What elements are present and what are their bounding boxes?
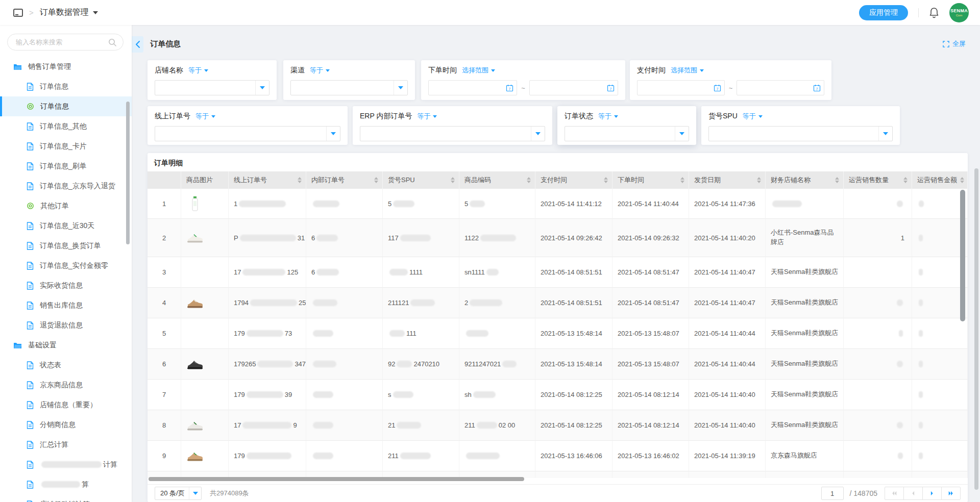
- filter-operator-dropdown[interactable]: 选择范围: [671, 66, 704, 75]
- filter-select-ERP 内部订单号[interactable]: [360, 126, 545, 141]
- column-header-下单时间[interactable]: 下单时间: [612, 171, 689, 189]
- sort-icon[interactable]: [677, 177, 684, 183]
- table-row[interactable]: 417942521112122021-05-14 08:51:512021-05…: [148, 288, 968, 318]
- table-vertical-scrollbar[interactable]: [960, 190, 965, 321]
- calendar-icon[interactable]: 7: [813, 84, 821, 92]
- sort-icon[interactable]: [371, 177, 378, 183]
- sidebar-item-分销商信息[interactable]: 分销商信息: [0, 415, 132, 435]
- redacted-blur: [486, 269, 499, 275]
- sidebar-item-订单信息_卡片[interactable]: 订单信息_卡片: [0, 136, 132, 156]
- table-row[interactable]: 81792121102 002021-05-14 08:12:252021-05…: [148, 410, 968, 441]
- sidebar-item-订单信息_其他[interactable]: 订单信息_其他: [0, 116, 132, 136]
- filter-select-货号SPU[interactable]: [708, 126, 893, 141]
- filter-operator-dropdown[interactable]: 等于: [743, 112, 763, 121]
- sidebar-item-订单信息_京东导入退货[interactable]: 订单信息_京东导入退货: [0, 176, 132, 196]
- bell-icon[interactable]: [929, 7, 939, 18]
- page-size-select[interactable]: 20 条/页: [155, 487, 202, 500]
- sidebar-item-订单信息_实付金额零[interactable]: 订单信息_实付金额零: [0, 256, 132, 275]
- sidebar-item-label: 其他订单: [40, 202, 69, 211]
- order-time-cell: 2021-05-14 08:51:47: [612, 288, 689, 318]
- search-icon[interactable]: [108, 38, 117, 47]
- column-header-货号SPU[interactable]: 货号SPU: [383, 171, 459, 189]
- redacted-blur: [313, 453, 333, 459]
- window-scrollbar[interactable]: [974, 168, 978, 490]
- sidebar-scrollbar[interactable]: [126, 102, 130, 244]
- sort-icon[interactable]: [524, 177, 531, 183]
- sidebar-item-店铺低动销计算[interactable]: 店铺低动销计算: [0, 494, 132, 502]
- sidebar-item-销售出库信息[interactable]: 销售出库信息: [0, 295, 132, 315]
- sidebar-item-订单信息_刷单[interactable]: 订单信息_刷单: [0, 156, 132, 176]
- filter-select-店铺名称[interactable]: [155, 80, 270, 95]
- table-row[interactable]: 5179731112021-05-13 15:48:142021-05-13 1…: [148, 318, 968, 349]
- page-input[interactable]: [821, 487, 844, 500]
- table-row[interactable]: 11552021-05-14 11:41:122021-05-14 11:40:…: [148, 189, 968, 219]
- sidebar-item-店铺信息（重要）[interactable]: 店铺信息（重要）: [0, 395, 132, 415]
- column-header-支付时间[interactable]: 支付时间: [535, 171, 612, 189]
- sidebar-item-状态表[interactable]: 状态表: [0, 355, 132, 375]
- first-page-button[interactable]: [885, 487, 904, 500]
- sort-icon[interactable]: [832, 177, 839, 183]
- sort-icon[interactable]: [601, 177, 608, 183]
- avatar[interactable]: SENMA Com: [949, 3, 969, 22]
- fullscreen-button[interactable]: 全屏: [943, 39, 966, 48]
- sidebar-item-订单信息[interactable]: 订单信息: [0, 96, 132, 116]
- column-header-运营销售金额[interactable]: 运营销售金额: [912, 171, 968, 189]
- page-title: 订单信息: [150, 39, 181, 49]
- column-header-线上订单号[interactable]: 线上订单号: [229, 171, 306, 189]
- table-row[interactable]: 717939ssh2021-05-14 08:12:252021-05-14 0…: [148, 380, 968, 410]
- filter-select-渠道[interactable]: [290, 80, 408, 95]
- column-header-内部订单号[interactable]: 内部订单号: [306, 171, 383, 189]
- filter-operator-dropdown[interactable]: 等于: [598, 112, 618, 121]
- calendar-icon[interactable]: 7: [607, 84, 615, 92]
- column-header-发货日期[interactable]: 发货日期: [689, 171, 766, 189]
- sort-icon[interactable]: [900, 177, 908, 183]
- sort-icon[interactable]: [754, 177, 761, 183]
- filter-operator-dropdown[interactable]: 等于: [417, 112, 437, 121]
- search-input[interactable]: [8, 34, 123, 50]
- sidebar-item-算[interactable]: 算: [0, 474, 132, 494]
- date-end-input-支付时间[interactable]: 7: [737, 80, 824, 95]
- filter-operator-dropdown[interactable]: 选择范围: [462, 66, 495, 75]
- filter-select-线上订单号[interactable]: [155, 126, 340, 141]
- sort-icon[interactable]: [957, 177, 964, 183]
- date-start-input-下单时间[interactable]: 7: [428, 80, 517, 95]
- filter-operator-dropdown[interactable]: 等于: [195, 112, 215, 121]
- next-page-button[interactable]: [922, 487, 942, 500]
- sidebar-item-计算[interactable]: 计算: [0, 455, 132, 474]
- sort-icon[interactable]: [448, 177, 455, 183]
- sales-amount-cell: [912, 380, 968, 410]
- prev-page-button[interactable]: [903, 487, 923, 500]
- sidebar-item-汇总计算[interactable]: 汇总计算: [0, 435, 132, 455]
- sidebar-group-基础设置[interactable]: 基础设置: [0, 335, 132, 355]
- calendar-icon[interactable]: 7: [506, 84, 513, 92]
- sidebar-item-其他订单[interactable]: 其他订单: [0, 196, 132, 216]
- date-end-input-下单时间[interactable]: 7: [529, 80, 618, 95]
- sidebar-item-实际收货信息[interactable]: 实际收货信息: [0, 275, 132, 295]
- column-header-商品编码[interactable]: 商品编码: [459, 171, 535, 189]
- window-icon[interactable]: [13, 9, 23, 17]
- sort-icon[interactable]: [295, 177, 302, 183]
- sidebar-item-订单信息_换货订单[interactable]: 订单信息_换货订单: [0, 236, 132, 256]
- table-horizontal-scrollbar[interactable]: [149, 477, 524, 481]
- back-button[interactable]: [132, 36, 143, 53]
- sidebar-item-订单信息_近30天[interactable]: 订单信息_近30天: [0, 216, 132, 236]
- workspace-caret-down-icon[interactable]: [93, 11, 98, 14]
- calendar-icon[interactable]: 7: [714, 84, 721, 92]
- sidebar-group-销售订单管理[interactable]: 销售订单管理: [0, 57, 132, 77]
- sidebar-item-退货退款信息[interactable]: 退货退款信息: [0, 315, 132, 335]
- sidebar-item-京东商品信息[interactable]: 京东商品信息: [0, 375, 132, 395]
- table-row[interactable]: 2P31611711222021-05-14 09:26:422021-05-1…: [148, 219, 968, 257]
- column-header-财务店铺名称[interactable]: 财务店铺名称: [766, 171, 844, 189]
- table-row[interactable]: 6179265347392247021092112470212021-05-13…: [148, 349, 968, 380]
- last-page-button[interactable]: [941, 487, 961, 500]
- column-header-运营销售数量[interactable]: 运营销售数量: [844, 171, 912, 189]
- filter-select-订单状态[interactable]: [565, 126, 689, 141]
- sidebar-item-订单信息[interactable]: 订单信息: [0, 77, 132, 96]
- filter-operator-dropdown[interactable]: 等于: [310, 66, 330, 75]
- date-start-input-支付时间[interactable]: 7: [637, 80, 725, 95]
- app-manage-button[interactable]: 应用管理: [859, 5, 908, 20]
- table-row[interactable]: 91792112021-05-13 16:46:062021-05-13 16:…: [148, 441, 968, 471]
- workspace-title[interactable]: 订单数据管理: [40, 7, 89, 18]
- filter-operator-dropdown[interactable]: 等于: [188, 66, 208, 75]
- table-row[interactable]: 31712561111sn11112021-05-14 08:51:512021…: [148, 257, 968, 288]
